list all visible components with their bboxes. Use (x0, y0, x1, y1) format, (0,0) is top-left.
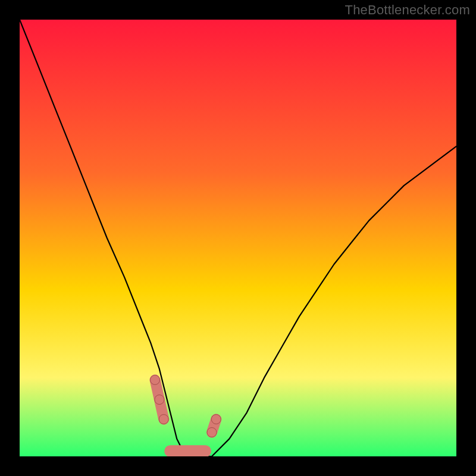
curve-marker (207, 428, 217, 437)
watermark-text: TheBottlenecker.com (345, 2, 470, 18)
curve-marker (159, 415, 168, 424)
curve-marker (155, 395, 164, 405)
curve-marker (151, 375, 160, 385)
gradient-background (20, 20, 456, 456)
outer-frame: TheBottlenecker.com (0, 0, 476, 476)
curve-marker (211, 415, 221, 424)
chart-area (20, 20, 456, 456)
chart-svg (20, 20, 456, 456)
